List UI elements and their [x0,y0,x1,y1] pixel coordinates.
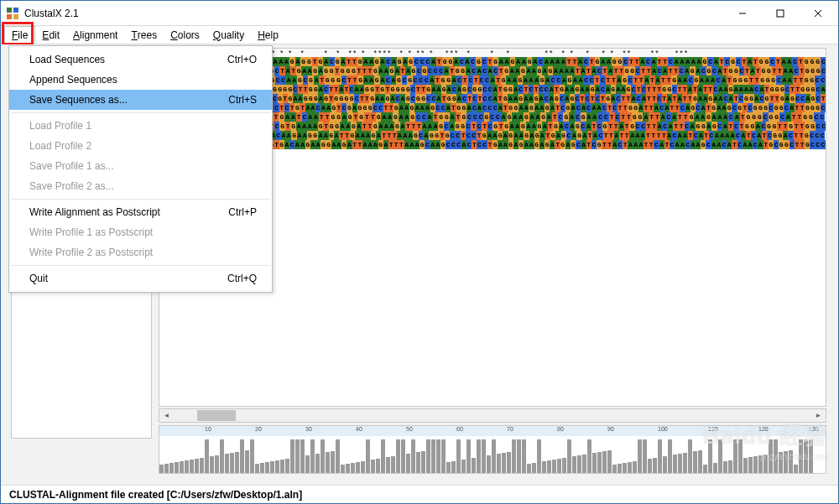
ruler-tick: 100 [658,426,668,432]
histogram-bar [411,439,415,473]
histogram-bar [416,452,420,473]
histogram-bar [542,461,546,473]
menu-quality[interactable]: Quality [206,26,251,44]
histogram-bar [693,451,697,473]
file-menu-item: Load Profile 2 [9,136,272,156]
histogram-bar [381,439,385,473]
histogram-bar [305,455,310,473]
histogram-bar [502,453,506,473]
histogram-bar [195,459,199,473]
histogram-bar [809,439,813,473]
minimize-button[interactable] [723,2,761,25]
ruler-tick: 90 [607,426,614,432]
menu-item-label: Load Profile 1 [29,120,91,132]
histogram-bar [376,459,380,473]
conservation-histogram [159,436,826,473]
histogram-bar [743,458,748,473]
menu-item-shortcut: Ctrl+S [228,94,257,106]
histogram-bar [527,464,531,473]
histogram-bar [794,465,798,473]
histogram-bar [426,439,430,473]
histogram-bar [315,454,320,473]
menu-trees[interactable]: Trees [124,26,164,44]
window-title: ClustalX 2.1 [24,8,79,19]
histogram-bar [618,464,622,473]
menu-item-label: Save Profile 2 as... [29,180,114,192]
histogram-bar [245,450,249,473]
histogram-bar [461,460,466,473]
file-menu-item[interactable]: QuitCtrl+Q [9,268,272,288]
histogram-bar [623,463,627,473]
histogram-bar [753,456,758,473]
file-menu-item[interactable]: Write Alignment as PostscriptCtrl+P [9,202,272,222]
scroll-track[interactable] [174,409,811,422]
menu-item-shortcut: Ctrl+P [228,206,257,218]
close-button[interactable] [799,2,836,25]
histogram-bar [225,454,229,473]
file-menu-item[interactable]: Save Sequences as...Ctrl+S [9,90,272,110]
file-menu-item: Save Profile 1 as... [9,156,272,176]
histogram-bar [200,458,204,473]
histogram-bar [265,462,269,473]
menu-item-label: Write Profile 2 as Postscript [29,247,153,258]
menu-edit[interactable]: Edit [35,26,66,44]
histogram-bar [456,439,461,473]
histogram-bar [336,439,340,473]
histogram-bar [572,456,576,473]
histogram-bar [205,439,209,473]
file-menu-item[interactable]: Load SequencesCtrl+O [9,49,272,70]
histogram-bar [552,460,556,473]
histogram-bar [175,462,179,473]
histogram-bar [607,450,612,473]
ruler-tick: 130 [809,426,819,432]
histogram-bar [628,462,632,473]
horizontal-scrollbar[interactable]: ◄ ► [159,408,826,423]
histogram-bar [240,439,244,473]
histogram-bar [492,439,496,473]
histogram-bar [567,439,571,473]
histogram-bar [320,439,325,473]
histogram-bar [713,463,717,473]
histogram-bar [522,439,526,473]
file-menu-item: Write Profile 1 as Postscript [9,222,272,242]
maximize-button[interactable] [761,2,799,25]
menu-file[interactable]: File [4,26,35,44]
scroll-thumb[interactable] [197,410,236,421]
histogram-bar [763,455,768,473]
histogram-bar [220,439,224,473]
scroll-left-button[interactable]: ◄ [159,409,174,422]
histogram-bar [688,439,692,473]
histogram-bar [441,439,446,473]
histogram-bar [497,454,501,473]
menu-colors[interactable]: Colors [164,26,206,44]
ruler-histogram-panel[interactable]: 102030405060708090100110120130 [159,425,826,474]
svg-rect-5 [777,10,784,17]
histogram-bar [477,439,481,473]
histogram-bar [310,439,315,473]
histogram-bar [638,439,642,473]
histogram-bar [159,465,164,473]
file-menu-item: Save Profile 2 as... [9,176,272,196]
svg-rect-2 [7,14,12,19]
histogram-bar [351,463,355,473]
menu-alignment[interactable]: Alignment [66,26,124,44]
histogram-bar [285,459,289,473]
histogram-bar [507,452,511,473]
histogram-bar [300,439,305,473]
histogram-bar [718,439,722,473]
histogram-bar [562,458,566,473]
histogram-bar [295,439,300,473]
histogram-bar [738,439,743,473]
scroll-right-button[interactable]: ► [811,409,826,422]
histogram-bar [582,455,586,473]
titlebar: ClustalX 2.1 [1,1,838,26]
histogram-bar [472,458,476,473]
file-menu-item[interactable]: Append Sequences [9,70,272,90]
histogram-bar [758,455,763,473]
histogram-bar [235,452,239,473]
histogram-bar [255,464,259,473]
histogram-bar [466,439,471,473]
histogram-bar [250,439,254,473]
menu-help[interactable]: Help [251,26,285,44]
histogram-bar [703,465,707,473]
